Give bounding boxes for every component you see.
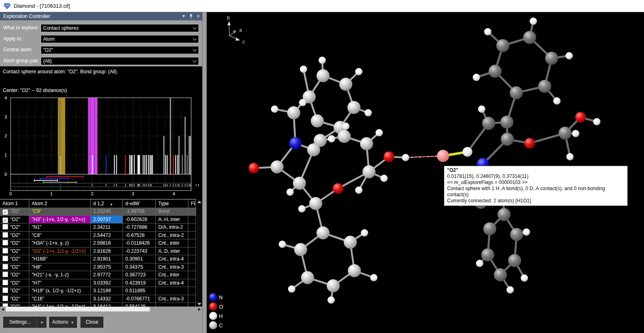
atom-d3[interactable] xyxy=(508,254,521,267)
atom-rohh[interactable] xyxy=(593,118,600,125)
chevron-down-icon[interactable] xyxy=(191,46,199,54)
table-row[interactable]: "O2""H19" (x, 1/2-y, -1/2+z)3.121890.511… xyxy=(0,287,196,295)
atom-llh[interactable] xyxy=(375,129,383,136)
atom-r4[interactable] xyxy=(510,86,523,99)
scroll-right-icon[interactable] xyxy=(198,308,201,311)
row-checkbox[interactable] xyxy=(2,287,8,293)
atom-bh3[interactable] xyxy=(370,274,378,281)
atom-ll[interactable] xyxy=(360,137,373,150)
row-checkbox[interactable]: ✓ xyxy=(2,217,8,223)
atom-lco[interactable] xyxy=(271,160,284,173)
table-row[interactable]: ✓"O2""H3" (-1+x, 1/2-y, -1/2+z)2.00737-0… xyxy=(0,216,196,224)
atom-rH1[interactable] xyxy=(463,147,472,157)
table-row[interactable]: "O2""H8"2.953750.34375Cnt., intra-3 xyxy=(0,263,196,272)
panel-menu-chevron-icon[interactable]: ▼ xyxy=(182,12,186,20)
atom-l2[interactable] xyxy=(339,78,352,91)
row-checkbox[interactable] xyxy=(2,224,8,230)
panel-pin-icon[interactable] xyxy=(189,14,193,19)
atom-dh2[interactable] xyxy=(523,228,530,236)
table-row[interactable]: "O2""C8"2.54472-0.67528Cnt., intra-2 xyxy=(0,232,196,240)
atom-rwh1[interactable] xyxy=(572,130,579,137)
table-row[interactable]: "O2""C16"3.14332-0.0766771Cnt., intra-3 xyxy=(0,295,196,303)
atom-b3[interactable] xyxy=(348,264,361,277)
column-header-atom-2[interactable]: Atom 2 xyxy=(29,199,91,208)
atom-dh3[interactable] xyxy=(521,274,528,282)
atom-l5[interactable] xyxy=(311,114,324,127)
atom-lsh[interactable] xyxy=(298,205,306,213)
scroll-down-icon[interactable] xyxy=(197,303,201,305)
table-row[interactable]: "O2""H7"3.033920.423919Cnt., intra-4 xyxy=(0,279,196,287)
atom-lohh[interactable] xyxy=(402,154,409,161)
atom-bh6[interactable] xyxy=(279,241,286,248)
row-checkbox[interactable] xyxy=(2,272,8,277)
atom-b4[interactable] xyxy=(327,279,340,292)
column-header-atom-1[interactable]: Atom 1 xyxy=(0,199,29,208)
atom-b2[interactable] xyxy=(344,236,357,249)
atom-ln[interactable] xyxy=(289,137,301,149)
atom-b1[interactable] xyxy=(317,226,330,239)
chevron-down-icon[interactable] xyxy=(191,35,199,43)
combo-central-atom[interactable]: "O2" xyxy=(41,46,199,54)
settings-button[interactable]: Settings... ▼ xyxy=(3,317,46,328)
atom-lk[interactable] xyxy=(338,130,351,143)
table-row[interactable]: "O2""H21" (-x, -y, 1-z)2.977720.367723Cn… xyxy=(0,271,196,279)
atom-lor[interactable] xyxy=(333,183,343,194)
scroll-left-icon[interactable] xyxy=(2,308,4,311)
panel-splitter[interactable] xyxy=(202,12,207,333)
settings-dropdown-icon[interactable]: ▼ xyxy=(40,318,44,328)
atom-r6[interactable] xyxy=(545,52,558,65)
table-horizontal-scrollbar[interactable] xyxy=(0,307,202,312)
atom-bh4[interactable] xyxy=(327,296,335,304)
atom-b5[interactable] xyxy=(301,271,314,284)
column-header-d-1-2[interactable]: d 1,2▲ xyxy=(91,199,123,208)
panel-close-icon[interactable]: × xyxy=(196,12,200,20)
atom-l1[interactable] xyxy=(317,69,330,82)
atom-o2[interactable] xyxy=(437,150,449,162)
atom-ls[interactable] xyxy=(309,197,322,210)
atom-b6[interactable] xyxy=(294,243,307,256)
table-row[interactable]: "O2""H3A" (-1+x, y, z)2.59816-0.0118426C… xyxy=(0,239,196,248)
atom-r5[interactable] xyxy=(538,80,551,93)
row-checkbox[interactable] xyxy=(2,280,8,285)
atom-loh[interactable] xyxy=(384,151,394,162)
atom-rt[interactable] xyxy=(500,116,513,129)
atom-rw[interactable] xyxy=(559,127,572,140)
atom-d4[interactable] xyxy=(494,268,507,281)
table-row[interactable]: "O2""O3" (-1+x, 1/2-y, -1/2+z)2.81626-0.… xyxy=(0,248,196,256)
atom-d5[interactable] xyxy=(481,248,494,261)
chevron-down-icon[interactable] xyxy=(191,57,199,65)
atom-lkh[interactable] xyxy=(342,123,349,130)
chevron-down-icon[interactable] xyxy=(191,24,199,32)
atom-bh5[interactable] xyxy=(288,285,295,293)
atom-dh4[interactable] xyxy=(506,286,514,294)
atom-lh2[interactable] xyxy=(300,66,307,73)
combo-apply-to[interactable]: Atom xyxy=(41,35,199,43)
atom-lmh1[interactable] xyxy=(380,175,388,182)
atom-rh3[interactable] xyxy=(473,74,480,81)
scrollbar-thumb[interactable] xyxy=(6,307,150,311)
column-header-d-vdw[interactable]: d-vdW xyxy=(123,199,156,208)
atom-lr[interactable] xyxy=(293,177,306,190)
table-row[interactable]: ✓"O2""C9"1.22245-1.99756Bond xyxy=(0,208,196,216)
row-checkbox[interactable] xyxy=(2,264,8,269)
atom-ln1h2[interactable] xyxy=(299,99,306,106)
row-checkbox[interactable] xyxy=(2,232,8,238)
scroll-up-icon[interactable] xyxy=(197,201,201,203)
combo-what-to-explore[interactable]: Contact spheres xyxy=(41,24,199,32)
atom-ljh[interactable] xyxy=(328,135,335,142)
atom-rwh2[interactable] xyxy=(566,153,574,160)
atom-dh5[interactable] xyxy=(476,260,483,267)
atom-d1[interactable] xyxy=(498,208,511,221)
atom-d2[interactable] xyxy=(510,228,523,241)
atom-r2[interactable] xyxy=(496,39,509,52)
atom-r3[interactable] xyxy=(489,65,502,78)
table-row[interactable]: "O2""N1"2.34211-0.727886D/A, intra-2 xyxy=(0,223,196,232)
row-checkbox[interactable] xyxy=(2,296,8,301)
row-checkbox[interactable]: ✓ xyxy=(2,209,8,215)
atom-loco[interactable] xyxy=(249,163,259,173)
atom-ro[interactable] xyxy=(524,138,535,149)
close-button[interactable]: Close xyxy=(81,317,103,328)
atom-lmh2[interactable] xyxy=(355,186,362,194)
atom-bh2[interactable] xyxy=(361,229,368,237)
atom-r1[interactable] xyxy=(523,31,536,44)
